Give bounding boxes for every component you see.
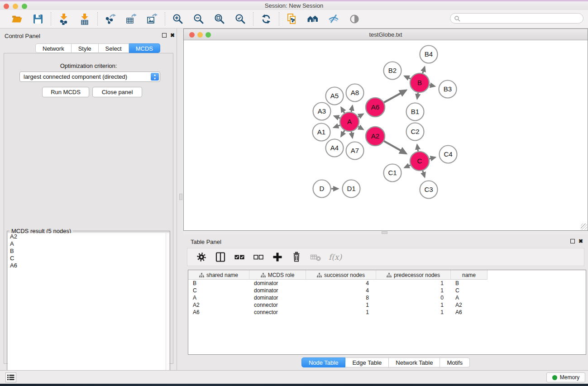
cell-name[interactable]: A2 [451,301,488,309]
node-D1[interactable]: D1 [343,180,360,198]
node-table[interactable]: shared nameMCDS rolesuccessor nodesprede… [188,270,586,355]
float-table-panel-icon[interactable] [570,239,575,243]
mcds-result-item[interactable]: A6 [8,262,167,269]
table-options-icon[interactable] [196,251,207,263]
cell-name[interactable]: A [451,294,488,301]
node-D[interactable]: D [313,180,331,198]
show-graphics-details-icon[interactable] [348,13,361,25]
column-header-name[interactable]: name [451,270,488,280]
deselect-all-check-icon[interactable] [253,251,264,263]
edge-A-A7[interactable] [351,132,353,138]
open-session-icon[interactable] [11,13,24,25]
tab-network[interactable]: Network [35,43,72,53]
node-A7[interactable]: A7 [346,142,364,160]
zoom-out-icon[interactable] [192,13,205,25]
edge-A2-C[interactable] [384,141,406,153]
close-panel-button[interactable]: Close panel [92,87,142,97]
edge-C-C3[interactable] [423,171,425,177]
window-resize-grip[interactable] [581,224,587,230]
table-tab-node-table[interactable]: Node Table [301,357,346,367]
cell-shared-name[interactable]: C [188,287,249,294]
app-titlebar[interactable]: Session: New Session [0,1,588,10]
node-B[interactable]: B [410,73,429,92]
tab-style[interactable]: Style [72,43,99,53]
optimization-criterion-select[interactable]: largest connected component (directed) ▲… [19,71,160,82]
cell-MCDS-role[interactable]: dominator [249,287,306,294]
panel-splitter-handle[interactable] [179,194,182,200]
tab-select[interactable]: Select [99,43,129,53]
select-all-check-icon[interactable] [234,251,245,263]
column-header-shared-name[interactable]: shared name [188,270,249,280]
column-header-successor-nodes[interactable]: successor nodes [306,270,376,280]
save-session-icon[interactable] [32,13,44,25]
node-A1[interactable]: A1 [313,124,330,141]
edge-A-A3[interactable] [335,116,340,118]
edge-A-A6[interactable] [358,114,363,117]
export-table-icon[interactable] [125,13,138,25]
edge-B-B4[interactable] [423,67,425,73]
cell-predecessor-nodes[interactable]: 1 [376,309,451,316]
network-window-titlebar[interactable]: testGlobe.txt [184,29,588,40]
zoom-selected-icon[interactable] [234,13,247,25]
cell-MCDS-role[interactable]: dominator [249,294,306,301]
node-A2[interactable]: A2 [366,127,385,146]
node-B2[interactable]: B2 [384,62,402,80]
close-table-panel-icon[interactable]: ✖ [578,238,583,244]
edge-A-A8[interactable] [351,106,353,112]
node-A5[interactable]: A5 [326,87,344,105]
node-B4[interactable]: B4 [420,46,438,63]
cell-name[interactable]: C [451,287,488,294]
edge-B-B2[interactable] [405,76,411,79]
cell-successor-nodes[interactable]: 1 [306,309,376,316]
node-A6[interactable]: A6 [366,98,385,117]
network-graph[interactable]: AA1A3A4A5A7A8A6A2BB1B2B3B4CC1C2C3C4DD1 [184,40,588,230]
node-C2[interactable]: C2 [406,123,424,141]
node-C1[interactable]: C1 [384,164,402,182]
cell-MCDS-role[interactable]: connector [249,309,306,316]
cell-name[interactable]: A6 [451,309,488,316]
run-mcds-button[interactable]: Run MCDS [42,87,89,97]
delete-column-icon[interactable] [291,251,302,263]
table-row[interactable]: A6connector11A6 [188,309,488,316]
export-image-icon[interactable] [146,13,158,25]
mcds-result-item[interactable]: A2 [8,233,167,240]
node-C3[interactable]: C3 [420,181,438,199]
node-B1[interactable]: B1 [406,103,424,121]
window-minimize-traffic-light[interactable] [197,32,203,38]
node-B3[interactable]: B3 [439,81,457,98]
node-C4[interactable]: C4 [440,146,457,163]
column-header-MCDS-role[interactable]: MCDS role [249,270,306,280]
node-A3[interactable]: A3 [313,103,331,120]
show-column-icon[interactable] [215,251,226,263]
cell-shared-name[interactable]: A [188,294,249,301]
network-canvas[interactable]: AA1A3A4A5A7A8A6A2BB1B2B3B4CC1C2C3C4DD1 [184,40,588,230]
cell-shared-name[interactable]: A6 [188,309,249,316]
window-zoom-traffic-light[interactable] [206,32,211,38]
node-A[interactable]: A [340,112,359,131]
result-scrollbar[interactable] [166,233,169,386]
edge-A6-B[interactable] [384,91,406,103]
window-close-traffic-light[interactable] [189,32,195,38]
cell-successor-nodes[interactable]: 8 [306,294,376,301]
delete-table-icon[interactable] [310,251,321,263]
cell-name[interactable]: B [451,280,488,287]
cell-successor-nodes[interactable]: 4 [306,280,376,287]
edge-A-A1[interactable] [334,125,340,128]
cell-shared-name[interactable]: B [188,280,249,287]
duplicate-network-icon[interactable] [286,13,298,25]
edge-C-C2[interactable] [417,145,418,151]
refresh-layout-icon[interactable] [260,13,272,25]
cell-MCDS-role[interactable]: dominator [249,280,306,287]
node-A4[interactable]: A4 [326,139,344,157]
close-panel-icon[interactable]: ✖ [170,32,175,38]
search-field[interactable] [450,13,583,24]
table-row[interactable]: Bdominator41B [188,280,488,287]
column-header-predecessor-nodes[interactable]: predecessor nodes [376,270,451,280]
zoom-fit-icon[interactable] [213,13,226,25]
mcds-result-item[interactable]: B [8,248,167,255]
table-row[interactable]: Cdominator41C [188,287,488,294]
node-C[interactable]: C [410,152,429,171]
cell-predecessor-nodes[interactable]: 1 [376,287,451,294]
cell-MCDS-role[interactable]: connector [249,301,306,309]
close-traffic-light[interactable] [4,4,9,9]
